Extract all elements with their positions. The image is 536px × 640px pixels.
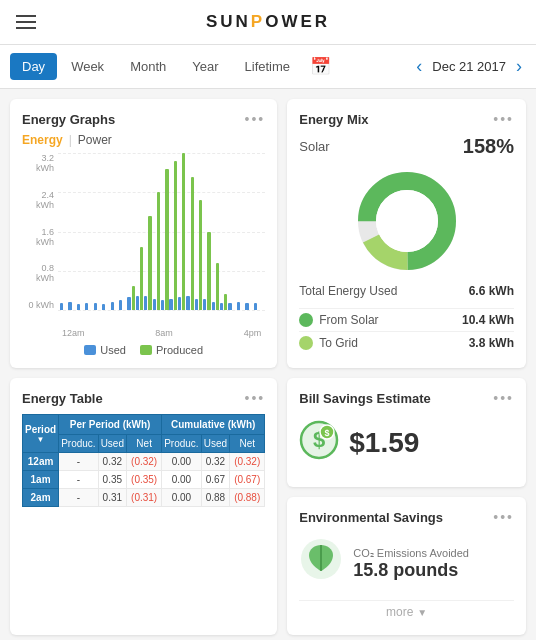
- logo-prefix: SUN: [206, 12, 251, 31]
- app-logo: SUNPOWER: [206, 12, 330, 32]
- produced-bar: [199, 200, 202, 310]
- tab-month[interactable]: Month: [118, 53, 178, 80]
- table-cell: (0.31): [127, 489, 162, 507]
- energy-table-more[interactable]: •••: [245, 390, 266, 406]
- bar-group: [228, 153, 235, 310]
- x-label-4pm: 4pm: [244, 328, 262, 338]
- tab-day[interactable]: Day: [10, 53, 57, 80]
- used-bar: [161, 300, 164, 310]
- produced-bar: [224, 294, 227, 310]
- environmental-more[interactable]: •••: [493, 509, 514, 525]
- from-solar-value: 10.4 kWh: [462, 313, 514, 327]
- produced-bar: [191, 177, 194, 310]
- table-cell: 0.00: [162, 489, 201, 507]
- bar-group: [254, 153, 261, 310]
- table-cell: 0.31: [98, 489, 126, 507]
- tab-year[interactable]: Year: [180, 53, 230, 80]
- used-bar: [245, 303, 248, 310]
- per-period-header: Per Period (kWh): [59, 415, 162, 435]
- to-grid-label: To Grid: [299, 336, 358, 350]
- table-cell: 0.88: [201, 489, 229, 507]
- total-value: 6.6 kWh: [469, 284, 514, 298]
- from-solar-label: From Solar: [299, 313, 378, 327]
- tab-lifetime[interactable]: Lifetime: [233, 53, 303, 80]
- produced-bar: [182, 153, 185, 310]
- used-bar: [254, 303, 257, 310]
- bar-group: [203, 153, 210, 310]
- bar-group: [102, 153, 109, 310]
- bar-group: [169, 153, 176, 310]
- prev-date-arrow[interactable]: ‹: [412, 54, 426, 79]
- bar-group: [111, 153, 118, 310]
- bill-savings-more[interactable]: •••: [493, 390, 514, 406]
- bar-group: [144, 153, 151, 310]
- bar-group: [195, 153, 202, 310]
- energy-mix-header: Energy Mix •••: [299, 111, 514, 127]
- table-cell: (0.67): [230, 471, 265, 489]
- environmental-text: CO₂ Emissions Avoided 15.8 pounds: [353, 547, 469, 581]
- energy-mix-title: Energy Mix: [299, 112, 368, 127]
- table-cell: 0.35: [98, 471, 126, 489]
- sub-used-2: Used: [201, 435, 229, 453]
- table-cell: 0.67: [201, 471, 229, 489]
- used-bar: [68, 302, 71, 310]
- used-bar: [186, 296, 189, 310]
- table-cell: 12am: [23, 453, 59, 471]
- legend-used: Used: [84, 344, 126, 356]
- y-label-1: 1.6 kWh: [22, 227, 54, 247]
- total-label: Total Energy Used: [299, 284, 397, 298]
- produced-bar: [174, 161, 177, 310]
- used-bar: [144, 296, 147, 310]
- energy-data-table: Period ▼ Per Period (kWh) Cumulative (kW…: [22, 414, 265, 507]
- energy-graphs-title: Energy Graphs: [22, 112, 115, 127]
- table-cell: 2am: [23, 489, 59, 507]
- next-date-arrow[interactable]: ›: [512, 54, 526, 79]
- more-link[interactable]: more ▼: [299, 600, 514, 623]
- energy-mix-more[interactable]: •••: [493, 111, 514, 127]
- to-grid-row: To Grid 3.8 kWh: [299, 331, 514, 354]
- used-bar: [77, 304, 80, 310]
- bill-savings-card: Bill Savings Estimate ••• $ $ $1.59: [287, 378, 526, 487]
- legend-power[interactable]: Power: [78, 133, 112, 147]
- used-bar: [195, 299, 198, 310]
- logo-suffix: OWER: [265, 12, 330, 31]
- from-solar-row: From Solar 10.4 kWh: [299, 308, 514, 331]
- used-bar: [60, 303, 63, 310]
- sub-used-1: Used: [98, 435, 126, 453]
- co2-label: CO₂ Emissions Avoided: [353, 547, 469, 560]
- calendar-icon[interactable]: 📅: [310, 56, 331, 77]
- graph-legend: Energy | Power: [22, 133, 265, 147]
- mix-stats: Total Energy Used 6.6 kWh From Solar 10.…: [299, 284, 514, 354]
- environmental-header: Environmental Savings •••: [299, 509, 514, 525]
- bar-group: [127, 153, 134, 310]
- total-energy-row: Total Energy Used 6.6 kWh: [299, 284, 514, 304]
- svg-point-3: [376, 190, 438, 252]
- bar-group: [60, 153, 67, 310]
- x-axis: 12am 8am 4pm: [58, 328, 265, 338]
- sub-produc-1: Produc.: [59, 435, 98, 453]
- period-header: Period ▼: [23, 415, 59, 453]
- cumulative-header: Cumulative (kWh): [162, 415, 265, 435]
- bill-value: $1.59: [349, 427, 419, 459]
- used-bar: [153, 299, 156, 310]
- donut-chart: [352, 166, 462, 276]
- to-grid-value: 3.8 kWh: [469, 336, 514, 350]
- nav-tabs: Day Week Month Year Lifetime 📅 ‹ Dec 21 …: [0, 45, 536, 89]
- energy-graphs-more[interactable]: •••: [245, 111, 266, 127]
- hamburger-menu[interactable]: [16, 11, 36, 33]
- co2-value: 15.8 pounds: [353, 560, 469, 581]
- bill-amount: $ $ $1.59: [299, 410, 514, 475]
- tab-week[interactable]: Week: [59, 53, 116, 80]
- used-bar: [136, 296, 139, 310]
- table-cell: -: [59, 471, 98, 489]
- bar-group: [136, 153, 143, 310]
- main-content: Energy Graphs ••• Energy | Power 3.2 kWh…: [0, 89, 536, 640]
- chart-container: 3.2 kWh 2.4 kWh 1.6 kWh 0.8 kWh 0 kWh 12…: [22, 153, 265, 338]
- table-cell: (0.32): [127, 453, 162, 471]
- energy-table-title: Energy Table: [22, 391, 103, 406]
- legend-energy[interactable]: Energy: [22, 133, 63, 147]
- table-row: 1am-0.35(0.35)0.000.67(0.67): [23, 471, 265, 489]
- bar-group: [186, 153, 193, 310]
- chart-bars-area: [58, 153, 263, 310]
- bar-group: [68, 153, 75, 310]
